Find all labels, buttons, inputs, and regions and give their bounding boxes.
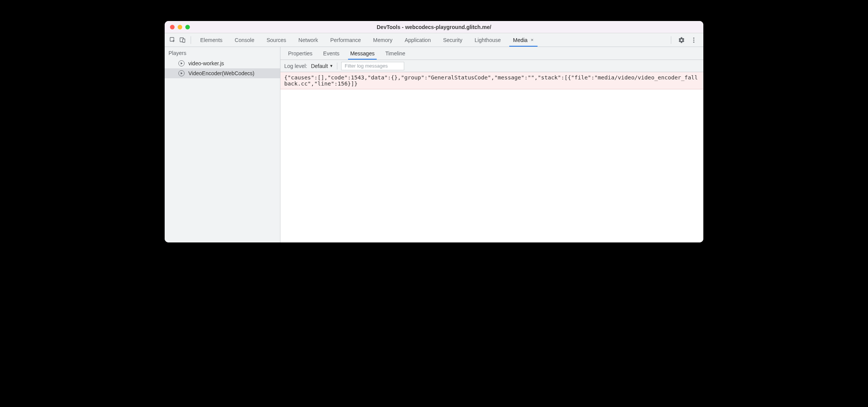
tab-security[interactable]: Security (437, 33, 469, 47)
tab-label: Media (513, 37, 528, 43)
tab-label: Network (298, 37, 318, 43)
tab-network[interactable]: Network (292, 33, 324, 47)
main-toolbar: ElementsConsoleSourcesNetworkPerformance… (165, 33, 703, 47)
svg-point-4 (693, 39, 695, 40)
players-sidebar: Players video-worker.jsVideoEncoder(WebC… (165, 47, 280, 242)
toolbar-divider (191, 36, 191, 44)
minimize-window-button[interactable] (178, 25, 182, 29)
tab-label: Memory (373, 37, 393, 43)
play-icon (178, 70, 185, 76)
close-icon[interactable]: × (531, 37, 534, 43)
tab-label: Elements (200, 37, 222, 43)
devtools-window: DevTools - webcodecs-playground.glitch.m… (165, 21, 703, 242)
tab-label: Console (235, 37, 254, 43)
log-level-label: Log level: (284, 63, 307, 69)
tab-sources[interactable]: Sources (261, 33, 292, 47)
tab-lighthouse[interactable]: Lighthouse (468, 33, 507, 47)
tab-memory[interactable]: Memory (367, 33, 399, 47)
subtab-label: Messages (350, 50, 375, 57)
device-toolbar-icon[interactable] (178, 35, 188, 45)
tab-console[interactable]: Console (228, 33, 260, 47)
traffic-lights (165, 25, 190, 29)
tab-label: Performance (330, 37, 361, 43)
tab-performance[interactable]: Performance (324, 33, 367, 47)
sub-tabs: PropertiesEventsMessagesTimeline (280, 47, 703, 60)
log-message-row[interactable]: {"causes":[],"code":1543,"data":{},"grou… (280, 72, 703, 89)
sidebar-header: Players (165, 47, 280, 58)
more-options-icon[interactable] (689, 35, 699, 45)
player-item[interactable]: video-worker.js (165, 58, 280, 68)
titlebar: DevTools - webcodecs-playground.glitch.m… (165, 21, 703, 33)
zoom-window-button[interactable] (185, 25, 190, 29)
settings-icon[interactable] (677, 35, 687, 45)
main-panel: PropertiesEventsMessagesTimeline Log lev… (280, 47, 703, 242)
tab-media[interactable]: Media× (507, 33, 540, 47)
window-title: DevTools - webcodecs-playground.glitch.m… (165, 24, 703, 30)
content-area: Players video-worker.jsVideoEncoder(WebC… (165, 47, 703, 242)
subtab-timeline[interactable]: Timeline (380, 47, 410, 60)
subtab-properties[interactable]: Properties (283, 47, 318, 60)
subtab-label: Properties (288, 50, 313, 57)
player-item-label: video-worker.js (188, 60, 224, 66)
subtab-events[interactable]: Events (318, 47, 345, 60)
subtab-label: Timeline (385, 50, 405, 57)
filter-divider (337, 63, 337, 69)
player-item[interactable]: VideoEncoder(WebCodecs) (165, 68, 280, 78)
inspect-element-icon[interactable] (168, 35, 178, 45)
close-window-button[interactable] (170, 25, 175, 29)
play-icon (178, 60, 185, 66)
chevron-down-icon: ▼ (329, 64, 333, 68)
player-item-label: VideoEncoder(WebCodecs) (188, 70, 254, 76)
tab-label: Security (443, 37, 463, 43)
subtab-messages[interactable]: Messages (345, 47, 380, 60)
tab-label: Application (405, 37, 431, 43)
log-level-value: Default (311, 63, 328, 69)
filter-bar: Log level: Default ▼ (280, 60, 703, 72)
log-level-select[interactable]: Default ▼ (311, 63, 333, 69)
tab-application[interactable]: Application (398, 33, 437, 47)
messages-area: {"causes":[],"code":1543,"data":{},"grou… (280, 72, 703, 242)
tab-elements[interactable]: Elements (194, 33, 228, 47)
subtab-label: Events (323, 50, 340, 57)
toolbar-divider (671, 36, 671, 44)
tab-label: Sources (267, 37, 286, 43)
svg-rect-2 (183, 39, 185, 42)
svg-point-3 (693, 37, 695, 39)
tab-label: Lighthouse (474, 37, 501, 43)
main-tabs: ElementsConsoleSourcesNetworkPerformance… (194, 33, 668, 47)
filter-messages-input[interactable] (341, 62, 404, 70)
svg-point-5 (693, 41, 695, 42)
